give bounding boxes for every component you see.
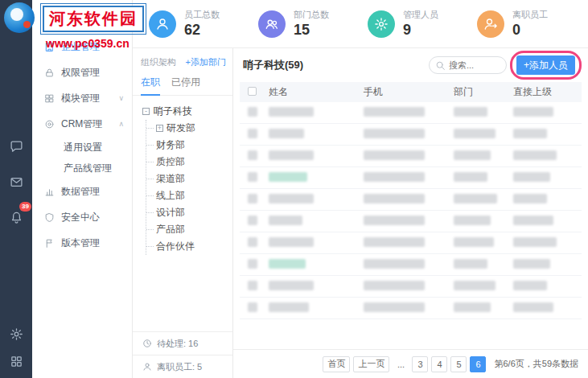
menu-item-通用设置[interactable]: 通用设置	[32, 137, 132, 158]
row-checkbox[interactable]	[248, 172, 257, 182]
apps-grid-icon[interactable]	[0, 347, 32, 375]
menu-item-数据管理[interactable]: 数据管理	[32, 179, 132, 204]
tree-item-合作伙伴[interactable]: 合作伙伴	[146, 238, 232, 255]
add-department-link[interactable]: +添加部门	[186, 56, 226, 68]
row-checkbox[interactable]	[248, 237, 257, 247]
table-row[interactable]	[240, 276, 582, 298]
page-button-首页[interactable]: 首页	[323, 356, 350, 372]
blurred-superior	[513, 172, 550, 182]
row-checkbox[interactable]	[248, 107, 257, 117]
blurred-phone	[364, 172, 425, 182]
mail-icon[interactable]	[0, 164, 32, 199]
tree-item-产品部[interactable]: 产品部	[146, 221, 232, 238]
blurred-name	[269, 216, 302, 225]
blurred-name	[269, 237, 314, 247]
chevron-up-icon: ∧	[118, 120, 124, 128]
sidebar-menu: 企业管理权限管理模块管理∨CRM管理∧通用设置产品线管理数据管理安全中心版本管理	[32, 0, 133, 378]
add-member-button[interactable]: +添加人员	[516, 55, 575, 75]
table-row[interactable]	[240, 298, 582, 319]
blurred-name	[269, 107, 314, 117]
menu-item-label: 企业管理	[61, 40, 100, 54]
table-row[interactable]	[240, 102, 582, 124]
chat-icon[interactable]	[0, 129, 32, 164]
column-header-部门: 部门	[450, 85, 510, 99]
blurred-department	[454, 107, 487, 117]
departments-icon	[258, 10, 286, 38]
blurred-phone	[364, 259, 425, 269]
resigned-row[interactable]: 离职员工: 5	[133, 355, 232, 378]
tree-item-label: 质控部	[156, 155, 185, 169]
page-button-5[interactable]: 5	[450, 356, 467, 372]
blurred-name	[269, 302, 309, 312]
blurred-name	[269, 150, 314, 160]
modules-icon	[44, 92, 56, 104]
select-all-checkbox[interactable]	[248, 87, 257, 96]
employees-icon	[149, 10, 176, 38]
tree-item-质控部[interactable]: 质控部	[146, 154, 232, 171]
menu-item-label: 通用设置	[64, 141, 102, 154]
expand-icon[interactable]: +	[156, 125, 163, 132]
table-row[interactable]	[240, 232, 582, 254]
table-row[interactable]	[240, 254, 582, 276]
blurred-superior	[513, 281, 547, 290]
page-button-4[interactable]: 4	[431, 356, 447, 372]
row-checkbox[interactable]	[248, 216, 257, 225]
page-button-...[interactable]: ...	[393, 356, 409, 372]
chevron-down-icon: ∨	[118, 94, 124, 102]
notifications-bell-icon[interactable]: 39	[0, 199, 32, 235]
blurred-phone	[364, 129, 425, 138]
menu-item-产品线管理[interactable]: 产品线管理	[32, 158, 132, 179]
menu-item-CRM管理[interactable]: CRM管理∧	[32, 111, 132, 137]
blurred-name	[269, 129, 304, 138]
menu-item-企业管理[interactable]: 企业管理	[32, 34, 132, 60]
table-row[interactable]	[240, 189, 582, 211]
tree-item-财务部[interactable]: 财务部	[146, 137, 232, 154]
building-icon	[44, 41, 56, 52]
main-content: 哨子科技(59) +添加人员 姓名手机部门直接上级 首页上一页...3456 第…	[233, 48, 588, 378]
menu-item-label: 安全中心	[61, 211, 100, 224]
row-checkbox[interactable]	[248, 281, 257, 290]
search-icon	[435, 60, 446, 74]
table-row[interactable]	[240, 146, 582, 167]
menu-item-权限管理[interactable]: 权限管理	[32, 60, 132, 85]
blurred-superior	[513, 150, 557, 160]
settings-gear-icon[interactable]	[0, 320, 32, 347]
page-button-3[interactable]: 3	[412, 356, 428, 372]
tree-item-线上部[interactable]: 线上部	[146, 187, 232, 204]
collapse-icon[interactable]: -	[142, 108, 150, 115]
row-checkbox[interactable]	[248, 129, 257, 138]
tree-item-渠道部[interactable]: 渠道部	[146, 171, 232, 187]
org-tab-已停用[interactable]: 已停用	[171, 73, 200, 95]
menu-item-label: 模块管理	[61, 92, 100, 105]
org-tree: - 哨子科技 +研发部财务部质控部渠道部线上部设计部产品部合作伙伴	[133, 96, 232, 255]
org-panel: 组织架构 +添加部门 在职已停用 - 哨子科技 +研发部财务部质控部渠道部线上部…	[133, 48, 233, 378]
pending-row[interactable]: 待处理: 16	[133, 331, 232, 355]
blurred-department	[454, 281, 495, 290]
page-button-6[interactable]: 6	[470, 356, 486, 372]
page-title: 哨子科技(59)	[243, 58, 303, 72]
rail-bottom	[0, 320, 32, 375]
row-checkbox[interactable]	[248, 150, 257, 160]
menu-item-模块管理[interactable]: 模块管理∨	[32, 85, 132, 111]
org-head: 组织架构 +添加部门	[133, 48, 232, 73]
tree-item-研发部[interactable]: +研发部	[146, 120, 232, 137]
blurred-superior	[513, 302, 553, 312]
blurred-superior	[513, 129, 547, 138]
pagination: 首页上一页...3456	[323, 356, 486, 372]
org-tab-在职[interactable]: 在职	[141, 73, 160, 96]
blurred-phone	[364, 107, 425, 117]
menu-item-版本管理[interactable]: 版本管理	[32, 230, 132, 256]
tree-root-node[interactable]: - 哨子科技	[142, 105, 232, 118]
stat-value: 9	[403, 22, 438, 39]
table-row[interactable]	[240, 124, 582, 146]
table-row[interactable]	[240, 167, 582, 189]
blurred-department	[454, 150, 491, 160]
row-checkbox[interactable]	[248, 194, 257, 203]
table-row[interactable]	[240, 211, 582, 232]
menu-item-安全中心[interactable]: 安全中心	[32, 204, 132, 230]
page-button-上一页[interactable]: 上一页	[353, 356, 389, 372]
blurred-superior	[513, 216, 553, 225]
tree-item-设计部[interactable]: 设计部	[146, 204, 232, 221]
row-checkbox[interactable]	[248, 259, 257, 269]
row-checkbox[interactable]	[248, 302, 257, 312]
